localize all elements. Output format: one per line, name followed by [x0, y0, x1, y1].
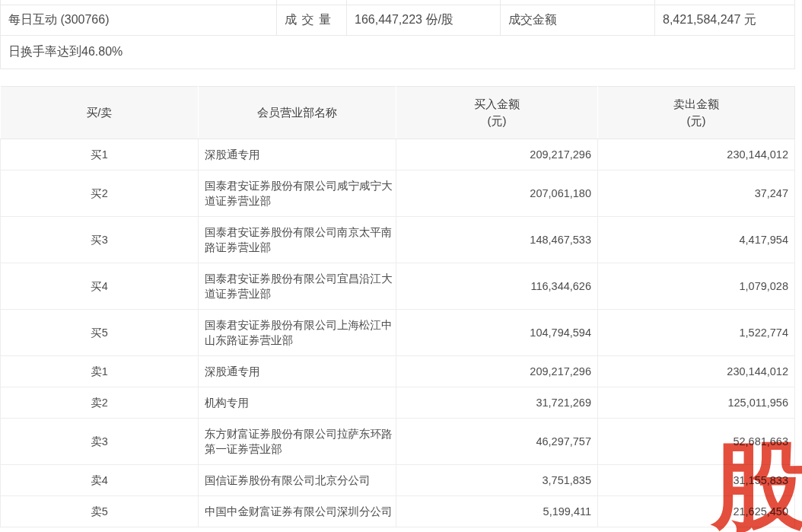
- table-row: 卖4 国信证券股份有限公司北京分公司 3,751,835 31,155,833: [1, 465, 795, 496]
- row-branch-name: 中国中金财富证券有限公司深圳分公司: [199, 496, 396, 527]
- row-branch-name: 深股通专用: [199, 139, 396, 170]
- row-side: 卖1: [1, 356, 199, 387]
- amount-value: 8,421,584,247 元: [655, 5, 795, 36]
- turnover-note: 日换手率达到46.80%: [1, 36, 795, 69]
- row-branch-name: 国信证券股份有限公司北京分公司: [199, 465, 396, 496]
- table-row: 卖2 机构专用 31,721,269 125,011,956: [1, 387, 795, 419]
- row-buy-amount: 209,217,296: [396, 139, 598, 170]
- row-buy-amount: 148,467,533: [396, 217, 598, 263]
- table-row: 卖5 中国中金财富证券有限公司深圳分公司 5,199,411 21,625,45…: [1, 496, 795, 527]
- row-side: 买5: [1, 310, 199, 356]
- row-side: 买4: [1, 263, 199, 310]
- table-row: 买2 国泰君安证券股份有限公司咸宁咸宁大道证券营业部 207,061,180 3…: [1, 170, 795, 217]
- row-buy-amount: 3,751,835: [396, 465, 598, 496]
- volume-label: 成 交 量: [277, 5, 347, 36]
- header-sell-amount: 卖出金额 (元): [598, 87, 795, 139]
- row-side: 卖2: [1, 387, 199, 419]
- row-buy-amount: 104,794,594: [396, 310, 598, 356]
- row-buy-amount: 5,199,411: [396, 496, 598, 527]
- row-sell-amount: 125,011,956: [598, 387, 795, 419]
- row-branch-name: 国泰君安证券股份有限公司南京太平南路证券营业部: [199, 217, 396, 263]
- row-branch-name: 东方财富证券股份有限公司拉萨东环路第一证券营业部: [199, 419, 396, 465]
- stock-info-table: 每日互动 (300766) 成 交 量 166,447,223 份/股 成交金额…: [0, 0, 795, 69]
- row-branch-name: 国泰君安证券股份有限公司咸宁咸宁大道证券营业部: [199, 170, 396, 217]
- row-buy-amount: 116,344,626: [396, 263, 598, 310]
- header-sell-amount-unit: (元): [598, 113, 794, 129]
- header-buy-amount: 买入金额 (元): [396, 87, 598, 139]
- row-side: 卖5: [1, 496, 199, 527]
- table-row: 卖3 东方财富证券股份有限公司拉萨东环路第一证券营业部 46,297,757 5…: [1, 419, 795, 465]
- row-buy-amount: 209,217,296: [396, 356, 598, 387]
- table-row: 买4 国泰君安证券股份有限公司宜昌沿江大道证券营业部 116,344,626 1…: [1, 263, 795, 310]
- amount-label: 成交金额: [501, 5, 655, 36]
- table-row: 卖1 深股通专用 209,217,296 230,144,012: [1, 356, 795, 387]
- stock-summary-row: 每日互动 (300766) 成 交 量 166,447,223 份/股 成交金额…: [1, 5, 795, 36]
- row-sell-amount: 230,144,012: [598, 139, 795, 170]
- row-side: 卖4: [1, 465, 199, 496]
- table-row: 买1 深股通专用 209,217,296 230,144,012: [1, 139, 795, 170]
- row-side: 买1: [1, 139, 199, 170]
- header-sell-amount-title: 卖出金额: [598, 96, 794, 113]
- broker-table: 买/卖 会员营业部名称 买入金额 (元) 卖出金额 (元) 买1 深股通专用 2…: [0, 86, 795, 527]
- row-sell-amount: 37,247: [598, 170, 795, 217]
- broker-table-header-row: 买/卖 会员营业部名称 买入金额 (元) 卖出金额 (元): [1, 87, 795, 139]
- row-branch-name: 深股通专用: [199, 356, 396, 387]
- table-row: 买5 国泰君安证券股份有限公司上海松江中山东路证券营业部 104,794,594…: [1, 310, 795, 356]
- header-buy-amount-unit: (元): [396, 113, 597, 129]
- row-buy-amount: 31,721,269: [396, 387, 598, 419]
- row-buy-amount: 46,297,757: [396, 419, 598, 465]
- header-buy-amount-title: 买入金额: [396, 96, 597, 113]
- row-side: 卖3: [1, 419, 199, 465]
- row-side: 买2: [1, 170, 199, 217]
- page: { "stock_info": { "name_code": "每日互动 (30…: [0, 0, 802, 532]
- row-sell-amount: 1,522,774: [598, 310, 795, 356]
- turnover-row: 日换手率达到46.80%: [1, 36, 795, 69]
- row-buy-amount: 207,061,180: [396, 170, 598, 217]
- row-branch-name: 国泰君安证券股份有限公司上海松江中山东路证券营业部: [199, 310, 396, 356]
- header-buy-sell: 买/卖: [1, 87, 199, 139]
- row-side: 买3: [1, 217, 199, 263]
- row-sell-amount: 4,417,954: [598, 217, 795, 263]
- row-sell-amount: 52,681,663: [598, 419, 795, 465]
- row-sell-amount: 21,625,450: [598, 496, 795, 527]
- row-sell-amount: 1,079,028: [598, 263, 795, 310]
- header-branch-name: 会员营业部名称: [199, 87, 396, 139]
- row-sell-amount: 230,144,012: [598, 356, 795, 387]
- row-branch-name: 机构专用: [199, 387, 396, 419]
- row-sell-amount: 31,155,833: [598, 465, 795, 496]
- volume-value: 166,447,223 份/股: [347, 5, 501, 36]
- table-row: 买3 国泰君安证券股份有限公司南京太平南路证券营业部 148,467,533 4…: [1, 217, 795, 263]
- row-branch-name: 国泰君安证券股份有限公司宜昌沿江大道证券营业部: [199, 263, 396, 310]
- stock-name-code: 每日互动 (300766): [1, 5, 277, 36]
